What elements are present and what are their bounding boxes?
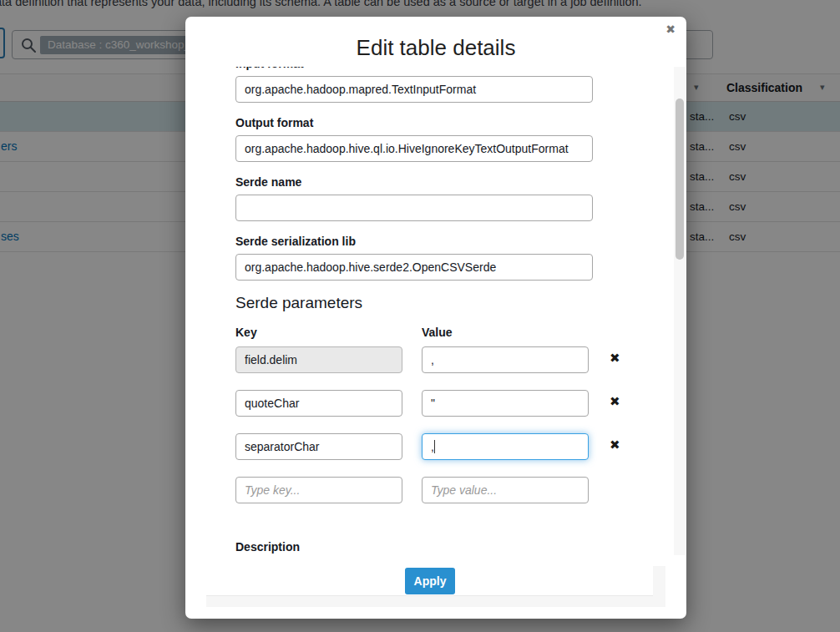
apply-button[interactable]: Apply [405,568,455,594]
param-value-field[interactable] [422,390,589,417]
serde-serialization-lib-field[interactable] [235,254,593,281]
vertical-scrollbar-stub [653,566,665,607]
serde-name-label: Serde name [235,175,674,190]
remove-parameter-icon[interactable]: ✖ [610,395,620,407]
key-column-header: Key [235,326,257,339]
close-icon[interactable]: ✖ [665,23,676,35]
text-cursor [434,440,435,453]
input-format-label: Input format [235,67,674,71]
dialog-title: Edit table details [185,35,686,61]
param-value-field[interactable] [422,346,589,373]
serde-serialization-lib-label: Serde serialization lib [235,235,674,249]
param-key-field[interactable] [235,433,402,460]
dialog-scrollbar-track[interactable] [674,67,686,555]
param-key-field [235,346,402,373]
input-format-field[interactable] [235,76,593,103]
param-value-field[interactable] [422,477,589,503]
description-label: Description [235,540,674,554]
serde-name-field[interactable] [235,195,593,221]
serde-parameters-heading: Serde parameters [235,294,674,314]
serde-parameter-row: , ✖ [235,433,674,460]
value-column-header: Value [422,326,453,339]
remove-parameter-icon[interactable]: ✖ [610,438,620,451]
output-format-field[interactable] [235,135,593,162]
param-key-field[interactable] [235,477,402,503]
serde-parameters-column-headers: Key Value [235,326,674,340]
remove-parameter-icon[interactable]: ✖ [610,351,620,364]
serde-parameter-row: ✖ [235,390,674,417]
serde-parameter-row: ✖ [235,346,674,373]
dialog-scrollbar-thumb[interactable] [676,99,684,260]
param-value-field-focused[interactable]: , [422,433,589,460]
param-key-field[interactable] [235,390,402,417]
dialog-scroll-viewport: Input format Output format Serde name Se… [205,67,674,555]
horizontal-scrollbar-track[interactable] [206,595,653,607]
screen: ata definition that represents your data… [0,0,840,632]
serde-parameter-row-new [235,477,674,503]
output-format-label: Output format [235,116,674,130]
edit-table-details-dialog: ✖ Edit table details Input format Output… [185,17,686,619]
